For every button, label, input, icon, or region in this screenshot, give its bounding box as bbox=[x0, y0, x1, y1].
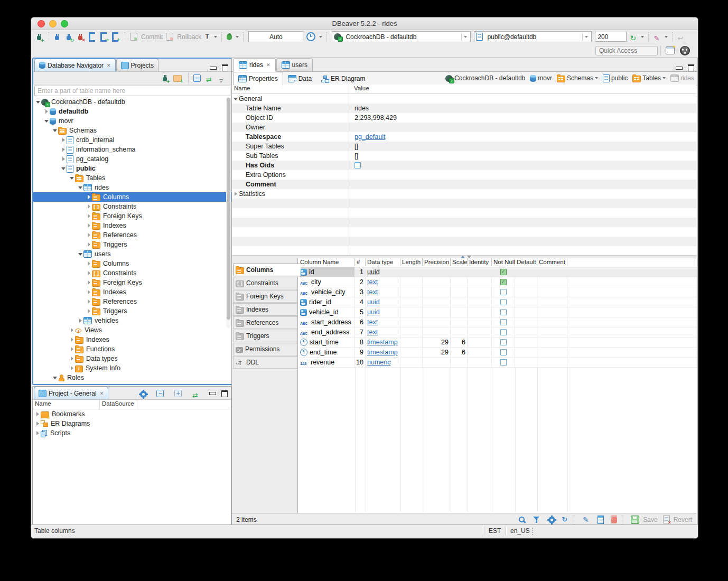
combo-arrow-icon[interactable] bbox=[461, 33, 469, 41]
precision-cell[interactable] bbox=[423, 297, 451, 307]
expand-arrow-icon[interactable] bbox=[86, 297, 92, 306]
close-tab-icon[interactable]: ✕ bbox=[107, 63, 111, 68]
column-row-city[interactable]: city2text bbox=[298, 277, 697, 287]
not-null-cell[interactable] bbox=[492, 317, 515, 327]
property-row-general[interactable]: General bbox=[232, 94, 696, 104]
expand-arrow-icon[interactable] bbox=[35, 419, 41, 428]
length-cell[interactable] bbox=[400, 267, 423, 277]
data-type-link[interactable]: uuid bbox=[367, 298, 380, 306]
project-item-bookmarks[interactable]: Bookmarks bbox=[33, 409, 231, 419]
expand-arrow-icon[interactable] bbox=[69, 344, 75, 354]
scale-cell[interactable] bbox=[451, 327, 468, 337]
not-null-cell[interactable] bbox=[492, 277, 515, 287]
grid-column-header-precision[interactable]: Precision bbox=[423, 258, 451, 266]
tx-new-button[interactable]: + bbox=[110, 31, 122, 43]
grid-column-header-column-name[interactable]: Column Name bbox=[298, 258, 355, 266]
comment-cell[interactable] bbox=[537, 267, 567, 277]
precision-cell[interactable]: 29 bbox=[423, 338, 451, 347]
precision-cell[interactable] bbox=[423, 277, 451, 287]
column-name-cell[interactable]: id bbox=[298, 267, 355, 277]
table-filter-input[interactable] bbox=[35, 87, 230, 95]
property-value[interactable]: [] bbox=[350, 143, 358, 150]
dropdown-caret-icon[interactable] bbox=[236, 36, 239, 38]
checkbox-unchecked-icon[interactable] bbox=[500, 349, 507, 355]
expand-all-button[interactable] bbox=[173, 388, 185, 399]
tree-item-columns[interactable]: Columns bbox=[33, 259, 231, 268]
timezone-indicator[interactable]: EST bbox=[489, 527, 501, 535]
tree-item-indexes[interactable]: Indexes bbox=[33, 335, 231, 344]
plug-sync-button[interactable]: ↻ bbox=[64, 31, 76, 43]
column-row-start_time[interactable]: start_time8timestamp296 bbox=[298, 338, 697, 348]
identity-cell[interactable] bbox=[468, 307, 492, 317]
expand-arrow-icon[interactable] bbox=[61, 154, 67, 164]
link-with-editor-button[interactable] bbox=[204, 72, 218, 84]
expand-arrow-icon[interactable] bbox=[86, 306, 92, 316]
default-cell[interactable] bbox=[515, 358, 537, 367]
editor-tab-rides[interactable]: rides✕ bbox=[234, 58, 276, 71]
column-name-cell[interactable]: city bbox=[298, 277, 355, 287]
column-row-revenue[interactable]: revenue10numeric bbox=[298, 358, 697, 368]
property-value[interactable] bbox=[350, 162, 361, 168]
connection-combo[interactable]: CockroachDB - defaultdb bbox=[332, 31, 471, 42]
tree-item-triggers[interactable]: Triggers bbox=[33, 240, 231, 249]
auto-combo[interactable]: Auto bbox=[248, 31, 303, 42]
comment-cell[interactable] bbox=[537, 307, 567, 317]
column-name-cell[interactable]: rider_id bbox=[298, 297, 355, 307]
link-with-editor-button[interactable] bbox=[191, 388, 204, 399]
new-connection-button[interactable]: + bbox=[160, 72, 172, 84]
column-row-rider_id[interactable]: rider_id4uuid bbox=[298, 297, 697, 307]
expand-arrow-icon[interactable] bbox=[86, 287, 92, 297]
column-divider[interactable] bbox=[350, 85, 350, 255]
length-cell[interactable] bbox=[400, 348, 423, 357]
column-header-name[interactable]: Name bbox=[232, 85, 352, 93]
column-name-cell[interactable]: start_address bbox=[298, 317, 355, 327]
tab-database-navigator[interactable]: Database Navigator ✕ bbox=[34, 59, 116, 71]
expand-arrow-icon[interactable] bbox=[86, 192, 92, 202]
data-type-link[interactable]: numeric bbox=[367, 359, 390, 366]
expand-arrow-icon[interactable] bbox=[69, 363, 75, 373]
column-header-datasource[interactable]: DataSource bbox=[100, 400, 137, 409]
column-row-vehicle_id[interactable]: vehicle_id5uuid bbox=[298, 307, 697, 317]
tab-project-general[interactable]: Project - General ✕ bbox=[34, 387, 108, 399]
breadcrumb-item-public[interactable]: public bbox=[603, 74, 628, 82]
property-value[interactable]: pg_default bbox=[350, 133, 385, 140]
tree-item-tables[interactable]: Tables bbox=[33, 173, 231, 183]
tree-item-triggers[interactable]: Triggers bbox=[33, 306, 231, 316]
property-value[interactable]: 2,293,998,429 bbox=[350, 114, 397, 121]
grid-column-header-length[interactable]: Length bbox=[400, 258, 423, 266]
tree-item-references[interactable]: References bbox=[33, 297, 231, 306]
tree-item-cockroachdb-defaultdb[interactable]: CockroachDB - defaultdb bbox=[33, 97, 231, 107]
tree-item-users[interactable]: users bbox=[33, 249, 231, 259]
detail-tab-indexes[interactable]: Indexes bbox=[233, 303, 297, 316]
expand-arrow-icon[interactable] bbox=[44, 107, 50, 116]
editor-tab-users[interactable]: users bbox=[276, 58, 313, 71]
minimize-view-icon[interactable] bbox=[210, 67, 217, 70]
length-cell[interactable] bbox=[400, 317, 423, 327]
data-type-cell[interactable]: text bbox=[366, 327, 400, 337]
tree-item-crdb-internal[interactable]: crdb_internal bbox=[33, 135, 231, 145]
column-row-id[interactable]: id1uuid bbox=[298, 267, 697, 277]
data-type-link[interactable]: uuid bbox=[367, 308, 380, 316]
not-null-cell[interactable] bbox=[492, 297, 515, 307]
expand-arrow-icon[interactable] bbox=[78, 316, 83, 325]
length-cell[interactable] bbox=[400, 358, 423, 367]
detail-tab-foreign-keys[interactable]: Foreign Keys bbox=[233, 290, 297, 303]
tree-item-vehicles[interactable]: vehicles bbox=[33, 316, 231, 325]
column-row-start_address[interactable]: start_address6text bbox=[298, 317, 697, 327]
settings-button[interactable] bbox=[547, 516, 556, 523]
add-row-button[interactable] bbox=[598, 516, 606, 524]
tree-item-rides[interactable]: rides bbox=[33, 183, 231, 192]
precision-cell[interactable] bbox=[423, 267, 451, 277]
precision-cell[interactable] bbox=[423, 358, 451, 367]
plug-off-button[interactable]: ✕ bbox=[76, 31, 87, 43]
default-cell[interactable] bbox=[515, 348, 537, 357]
tree-item-pg-catalog[interactable]: pg_catalog bbox=[33, 154, 231, 164]
length-cell[interactable] bbox=[400, 287, 423, 297]
dropdown-caret-icon[interactable] bbox=[595, 77, 598, 79]
scale-cell[interactable]: 6 bbox=[451, 338, 468, 347]
project-settings-button[interactable] bbox=[137, 388, 150, 399]
precision-cell[interactable]: 29 bbox=[423, 348, 451, 357]
property-row-object-id[interactable]: Object ID2,293,998,429 bbox=[232, 113, 696, 123]
maximize-view-icon[interactable] bbox=[221, 390, 228, 397]
clock-button[interactable] bbox=[305, 31, 324, 43]
